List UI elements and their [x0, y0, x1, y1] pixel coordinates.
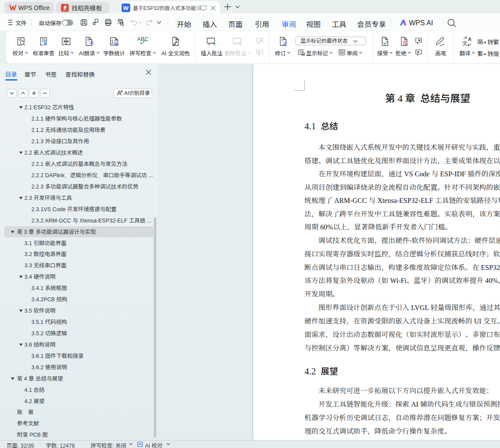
- svg-text:文: 文: [462, 39, 467, 46]
- svg-text:ABC: ABC: [137, 37, 149, 42]
- svg-text:12: 12: [111, 39, 117, 45]
- svg-text:W: W: [123, 5, 129, 11]
- svg-text:A: A: [468, 37, 472, 42]
